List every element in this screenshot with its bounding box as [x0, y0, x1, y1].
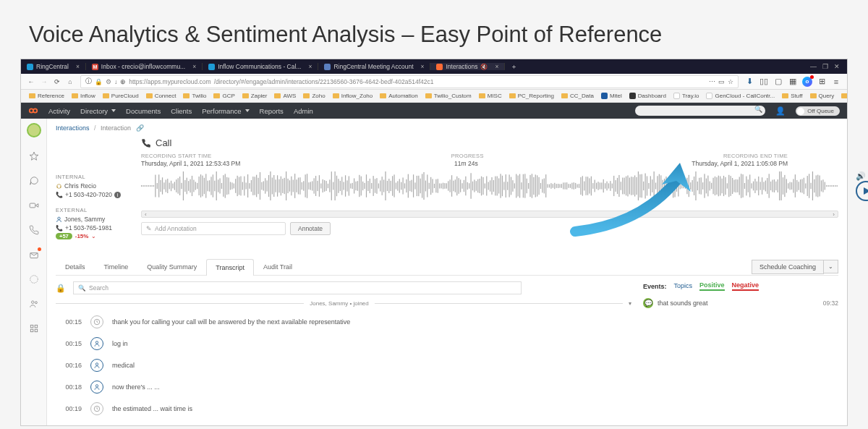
bookmark-item[interactable]: CC_Data	[559, 93, 596, 99]
breadcrumb-root[interactable]: Interactions	[56, 124, 90, 132]
bookmark-item[interactable]: Automation	[378, 93, 420, 99]
bookmark-star-icon[interactable]: ☆	[728, 78, 733, 85]
detail-tab[interactable]: Transcript	[206, 259, 254, 276]
download-icon[interactable]: ⬇	[744, 77, 754, 87]
bookmark-item[interactable]: Stuff	[780, 93, 804, 99]
transcript-row[interactable]: 00:16medical	[56, 354, 631, 376]
filter-negative[interactable]: Negative	[732, 281, 760, 291]
bookmark-item[interactable]: MISC	[477, 93, 504, 99]
bookmark-item[interactable]: Query	[808, 93, 837, 99]
reader-icon[interactable]: ▭	[718, 78, 725, 85]
app-logo-icon[interactable]	[28, 106, 38, 116]
info-icon[interactable]: ⓘ	[85, 77, 92, 86]
bookmark-item[interactable]: Connect	[144, 93, 179, 99]
profile-badge-icon[interactable]: o	[802, 77, 812, 87]
bookmark-item[interactable]: Zoho	[301, 93, 327, 99]
more-icon[interactable]: ⋯	[709, 78, 715, 85]
bookmark-item[interactable]: PC_Reporting	[507, 93, 556, 99]
svg-rect-10	[35, 329, 38, 332]
detail-tab[interactable]: Audit Trail	[254, 258, 302, 275]
close-tab-icon[interactable]: ×	[495, 63, 498, 70]
settings-icon[interactable]	[28, 273, 40, 285]
nav-forward-button[interactable]: →	[40, 78, 48, 85]
inbox-icon[interactable]	[28, 249, 40, 260]
app-search-input[interactable]	[635, 106, 765, 116]
browser-tab[interactable]: RingCentral Meeting Account×	[318, 63, 430, 70]
app-menu-icon[interactable]: ≡	[831, 77, 841, 87]
transcript-search-input[interactable]: 🔍 Search	[73, 281, 522, 294]
reload-button[interactable]: ⟳	[53, 78, 61, 85]
apps-icon[interactable]	[28, 323, 40, 334]
transcript-row[interactable]: 00:18now there's ... ...	[56, 376, 631, 398]
bookmark-item[interactable]: Inflow	[69, 93, 98, 99]
bookmark-item[interactable]: Reference	[27, 93, 67, 99]
close-tab-icon[interactable]: ×	[192, 63, 196, 70]
app-nav-item[interactable]: Admin	[294, 107, 313, 115]
queue-toggle[interactable]: Off Queue	[796, 106, 840, 116]
url-input[interactable]: ⓘ 🔒 ⚙ ↓ ⊕ https://apps.mypurecloud.com/d…	[80, 75, 739, 88]
nav-back-button[interactable]: ←	[27, 78, 35, 85]
new-tab-button[interactable]: ＋	[505, 62, 523, 72]
detail-tab[interactable]: Details	[56, 258, 95, 275]
filter-positive[interactable]: Positive	[699, 281, 725, 291]
bookmark-item[interactable]: PureCloud	[101, 93, 141, 99]
event-item[interactable]: 💬that sounds great09:32	[643, 298, 838, 308]
bookmark-item[interactable]: Zapier	[240, 93, 270, 99]
home-button[interactable]: ⌂	[66, 78, 75, 85]
close-window-button[interactable]: ✕	[834, 63, 840, 70]
browser-tab[interactable]: MInbox - crecio@inflowcommu...×	[86, 63, 203, 70]
bookmark-item[interactable]: Tray.io	[671, 93, 702, 99]
schedule-coaching-dropdown[interactable]: ⌄	[824, 260, 838, 273]
close-tab-icon[interactable]: ×	[421, 63, 425, 70]
extension-icon[interactable]: ▦	[788, 77, 798, 87]
user-icon[interactable]: 👤	[775, 106, 786, 116]
detail-tab[interactable]: Timeline	[95, 258, 138, 275]
close-tab-icon[interactable]: ×	[76, 63, 80, 70]
info-icon[interactable]: i	[114, 192, 121, 198]
bookmark-item[interactable]: Mitel	[599, 93, 624, 99]
add-annotation-input[interactable]: ✎ Add Annotation	[141, 222, 286, 235]
minimize-button[interactable]: —	[810, 63, 817, 70]
bookmark-item[interactable]: Twilio_Custom	[423, 93, 474, 99]
transcript-row[interactable]: 00:15log in	[56, 333, 631, 354]
annotate-button[interactable]: Annotate	[290, 222, 331, 235]
bookmark-item[interactable]: Dashboard	[627, 93, 668, 99]
chat-icon[interactable]	[28, 175, 40, 187]
browser-tab[interactable]: Interactions🔇×	[430, 63, 505, 70]
transcript-row[interactable]: 00:19the estimated ... wait time is	[56, 398, 631, 420]
play-button[interactable]	[856, 181, 868, 201]
bookmark-item[interactable]: GCP	[211, 93, 237, 99]
extension2-icon[interactable]: ⊞	[817, 77, 827, 87]
app-nav-item[interactable]: Clients	[171, 107, 192, 115]
waveform-scrollbar[interactable]: ‹›	[141, 211, 838, 218]
maximize-button[interactable]: ❐	[822, 63, 828, 70]
app-nav-item[interactable]: Directory	[80, 107, 116, 115]
browser-tab[interactable]: Inflow Communications - Cal...×	[203, 63, 318, 70]
transcript-row[interactable]: 00:15thank you for calling your call wil…	[56, 311, 631, 333]
video-icon[interactable]	[28, 200, 40, 211]
bookmark-item[interactable]: JSON	[839, 93, 847, 99]
browser-tab[interactable]: RingCentral×	[21, 63, 86, 70]
filter-topics[interactable]: Topics	[674, 282, 693, 290]
schedule-coaching-button[interactable]: Schedule Coaching	[752, 260, 824, 274]
bookmark-item[interactable]: GenCloud - CallContr...	[704, 93, 777, 99]
close-tab-icon[interactable]: ×	[308, 63, 312, 70]
bookmark-item[interactable]: AWS	[272, 93, 298, 99]
current-user-avatar[interactable]	[27, 123, 41, 137]
mute-icon[interactable]: 🔇	[480, 64, 488, 70]
app-nav-item[interactable]: Activity	[48, 107, 70, 115]
pocket-icon[interactable]: ▢	[773, 77, 783, 87]
collapse-icon[interactable]: ▾	[629, 300, 631, 307]
app-nav-item[interactable]: Performance	[202, 107, 249, 115]
people-icon[interactable]	[28, 298, 40, 310]
waveform[interactable]: 🔊 x1	[141, 171, 838, 208]
app-nav-item[interactable]: Documents	[126, 107, 161, 115]
favorites-icon[interactable]	[28, 150, 40, 162]
volume-icon[interactable]: 🔊	[856, 171, 868, 181]
library-icon[interactable]: ▯▯	[759, 77, 769, 87]
bookmark-item[interactable]: Inflow_Zoho	[331, 93, 375, 99]
detail-tab[interactable]: Quality Summary	[137, 258, 206, 275]
bookmark-item[interactable]: Twilio	[181, 93, 208, 99]
phone-icon[interactable]	[28, 224, 40, 236]
app-nav-item[interactable]: Reports	[260, 107, 284, 115]
